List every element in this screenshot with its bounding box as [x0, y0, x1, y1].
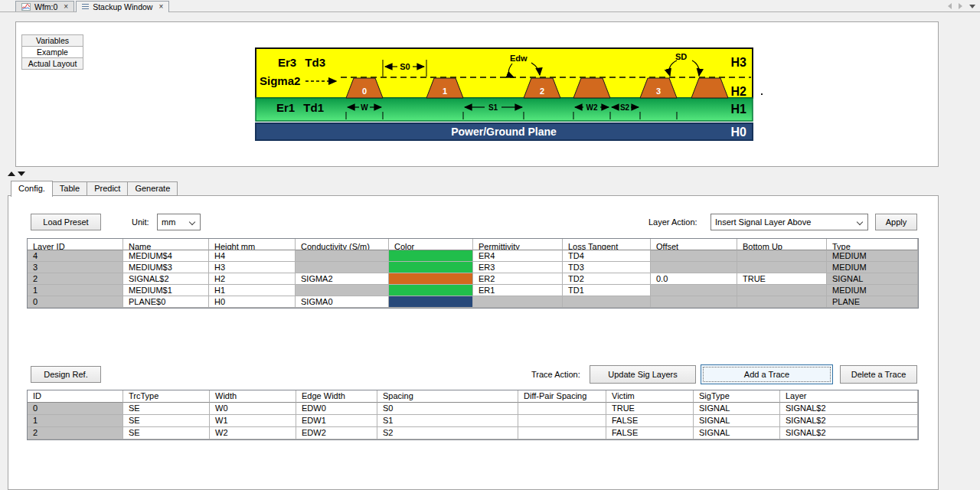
table-cell[interactable]: H3	[209, 262, 296, 273]
table-cell[interactable]: TD3	[563, 262, 651, 273]
sidebar-tab-variables[interactable]: Variables	[21, 34, 83, 47]
table-cell[interactable]: 2	[28, 427, 123, 439]
delete-a-trace-button[interactable]: Delete a Trace	[840, 365, 917, 384]
tab-generate[interactable]: Generate	[127, 181, 178, 196]
column-header[interactable]: TrcType	[123, 390, 210, 403]
table-cell[interactable]: H4	[209, 250, 296, 262]
table-cell[interactable]	[651, 262, 737, 273]
splitter-handle[interactable]	[8, 172, 25, 176]
table-cell[interactable]	[737, 250, 827, 262]
table-cell[interactable]	[737, 296, 827, 308]
color-swatch-cell[interactable]	[389, 273, 473, 285]
table-cell[interactable]: S0	[377, 403, 518, 415]
table-cell[interactable]: FALSE	[606, 427, 694, 439]
table-cell[interactable]	[651, 285, 737, 296]
table-cell[interactable]: TRUE	[606, 403, 694, 415]
column-header[interactable]: Victim	[606, 390, 694, 403]
table-cell[interactable]: W2	[210, 427, 296, 439]
table-cell[interactable]: H0	[209, 296, 296, 308]
column-header[interactable]: Type	[827, 239, 918, 250]
chevron-left-icon[interactable]	[948, 3, 952, 9]
table-cell[interactable]: S2	[377, 427, 518, 439]
table-cell[interactable]	[518, 415, 606, 427]
table-cell[interactable]	[651, 250, 737, 262]
table-cell[interactable]: SIGNAL$2	[780, 415, 918, 427]
load-preset-button[interactable]: Load Preset	[31, 214, 101, 230]
table-cell[interactable]: SIGMA0	[296, 296, 389, 308]
table-cell[interactable]	[651, 296, 737, 308]
tab-stackup-window[interactable]: Stackup Window ×	[76, 1, 169, 12]
table-cell[interactable]: MEDIUM$4	[123, 250, 209, 262]
update-sig-layers-button[interactable]: Update Sig Layers	[590, 365, 696, 384]
table-cell[interactable]: TD1	[563, 285, 651, 296]
table-cell[interactable]	[737, 262, 827, 273]
table-cell[interactable]: W1	[210, 415, 296, 427]
add-a-trace-button[interactable]: Add a Trace	[701, 364, 833, 384]
column-header[interactable]: Offset	[651, 239, 737, 250]
table-cell[interactable]: ER1	[473, 285, 563, 296]
chevron-right-icon[interactable]	[959, 3, 962, 9]
color-swatch-cell[interactable]	[389, 262, 473, 273]
table-cell[interactable]: TD2	[563, 273, 651, 285]
unit-select[interactable]: mm	[157, 214, 201, 230]
table-cell[interactable]: 0.0	[651, 273, 737, 285]
table-cell[interactable]: 4	[28, 250, 123, 262]
table-cell[interactable]: ER4	[473, 250, 563, 262]
table-cell[interactable]: MEDIUM$3	[123, 262, 209, 273]
table-cell[interactable]: ER2	[473, 273, 563, 285]
table-cell[interactable]: MEDIUM	[827, 250, 918, 262]
table-cell[interactable]: SIGNAL	[827, 273, 918, 285]
table-cell[interactable]: ER3	[473, 262, 563, 273]
table-cell[interactable]	[296, 262, 389, 273]
table-cell[interactable]: H2	[209, 273, 296, 285]
column-header[interactable]: Layer ID	[28, 239, 123, 250]
table-cell[interactable]: H1	[209, 285, 296, 296]
table-cell[interactable]: TRUE	[737, 273, 827, 285]
column-header[interactable]: Loss Tangent	[563, 239, 651, 250]
table-cell[interactable]: SIGNAL$2	[123, 273, 209, 285]
tab-predict[interactable]: Predict	[87, 181, 128, 196]
table-cell[interactable]: W0	[210, 403, 296, 415]
column-header[interactable]: Width	[210, 390, 296, 403]
dropdown-arrow-icon[interactable]	[969, 5, 975, 8]
table-cell[interactable]: SIGNAL$2	[780, 427, 918, 439]
table-cell[interactable]: 3	[28, 262, 123, 273]
apply-button[interactable]: Apply	[875, 214, 917, 230]
collapse-down-icon[interactable]	[18, 172, 25, 176]
table-cell[interactable]: EDW2	[296, 427, 377, 439]
column-header[interactable]: Layer	[780, 390, 918, 403]
column-header[interactable]: Spacing	[377, 390, 518, 403]
table-cell[interactable]: TD4	[563, 250, 651, 262]
close-icon[interactable]: ×	[64, 3, 68, 11]
table-cell[interactable]: S1	[377, 415, 518, 427]
table-cell[interactable]: MEDIUM	[827, 262, 918, 273]
tab-wfm[interactable]: Wfm:0 ×	[15, 1, 74, 11]
table-cell[interactable]	[737, 285, 827, 296]
table-cell[interactable]: SIGMA2	[296, 273, 389, 285]
table-cell[interactable]: MEDIUM$1	[123, 285, 209, 296]
column-header[interactable]: Permittivity	[473, 239, 563, 250]
table-cell[interactable]: SIGNAL$2	[780, 403, 918, 415]
design-ref-button[interactable]: Design Ref.	[31, 366, 101, 383]
column-header[interactable]: Name	[123, 239, 209, 250]
table-cell[interactable]: PLANE	[827, 296, 918, 308]
table-cell[interactable]: SE	[123, 403, 210, 415]
table-cell[interactable]: SIGNAL	[694, 427, 780, 439]
sidebar-tab-actual-layout[interactable]: Actual Layout	[21, 57, 83, 70]
table-cell[interactable]	[296, 285, 389, 296]
table-cell[interactable]: SE	[123, 415, 210, 427]
layer-action-select[interactable]: Insert Signal Layer Above	[710, 214, 868, 230]
column-header[interactable]: ID	[28, 390, 123, 403]
table-cell[interactable]: MEDIUM	[827, 285, 918, 296]
table-cell[interactable]: 1	[28, 285, 123, 296]
column-header[interactable]: Color	[389, 239, 473, 250]
table-cell[interactable]: 2	[28, 273, 123, 285]
table-cell[interactable]	[473, 296, 563, 308]
tab-table[interactable]: Table	[52, 181, 87, 196]
table-cell[interactable]: FALSE	[606, 415, 694, 427]
column-header[interactable]: Edge Width	[296, 390, 377, 403]
column-header[interactable]: Diff-Pair Spacing	[518, 390, 606, 403]
table-cell[interactable]: 1	[28, 415, 123, 427]
table-cell[interactable]	[518, 427, 606, 439]
column-header[interactable]: Conductivity (S/m)	[296, 239, 389, 250]
